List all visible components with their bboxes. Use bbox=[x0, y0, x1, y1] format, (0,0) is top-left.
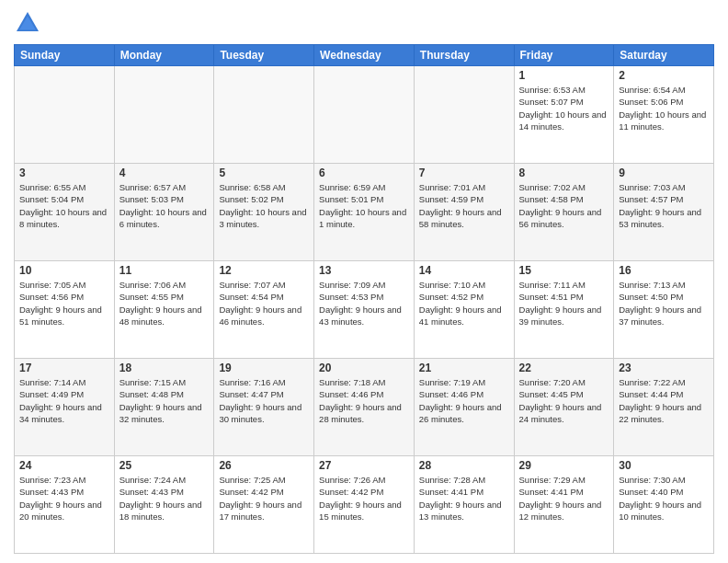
day-info: Sunrise: 6:55 AM Sunset: 5:04 PM Dayligh… bbox=[19, 181, 109, 230]
day-number: 24 bbox=[19, 459, 109, 472]
calendar-cell-5-3: 26Sunrise: 7:25 AM Sunset: 4:42 PM Dayli… bbox=[214, 456, 314, 554]
day-number: 6 bbox=[319, 167, 409, 179]
day-info: Sunrise: 7:15 AM Sunset: 4:48 PM Dayligh… bbox=[119, 376, 210, 425]
calendar-week-3: 10Sunrise: 7:05 AM Sunset: 4:56 PM Dayli… bbox=[15, 261, 714, 359]
calendar-cell-5-1: 24Sunrise: 7:23 AM Sunset: 4:43 PM Dayli… bbox=[15, 456, 115, 554]
calendar-header-friday: Friday bbox=[514, 45, 614, 66]
calendar-header-row: SundayMondayTuesdayWednesdayThursdayFrid… bbox=[15, 45, 714, 66]
day-info: Sunrise: 6:54 AM Sunset: 5:06 PM Dayligh… bbox=[619, 84, 709, 132]
calendar-cell-4-6: 22Sunrise: 7:20 AM Sunset: 4:45 PM Dayli… bbox=[514, 359, 614, 456]
day-number: 17 bbox=[19, 362, 109, 374]
calendar-cell-2-4: 6Sunrise: 6:59 AM Sunset: 5:01 PM Daylig… bbox=[314, 164, 415, 261]
day-info: Sunrise: 7:28 AM Sunset: 4:41 PM Dayligh… bbox=[419, 474, 509, 523]
calendar-cell-1-2 bbox=[114, 66, 214, 164]
day-number: 13 bbox=[319, 264, 409, 277]
calendar-header-monday: Monday bbox=[114, 45, 214, 66]
calendar-cell-3-3: 12Sunrise: 7:07 AM Sunset: 4:54 PM Dayli… bbox=[214, 261, 314, 359]
calendar-week-2: 3Sunrise: 6:55 AM Sunset: 5:04 PM Daylig… bbox=[15, 164, 714, 261]
calendar-cell-2-1: 3Sunrise: 6:55 AM Sunset: 5:04 PM Daylig… bbox=[15, 164, 115, 261]
day-info: Sunrise: 7:20 AM Sunset: 4:45 PM Dayligh… bbox=[519, 376, 609, 425]
day-number: 22 bbox=[519, 362, 609, 374]
day-info: Sunrise: 7:07 AM Sunset: 4:54 PM Dayligh… bbox=[219, 279, 309, 327]
day-info: Sunrise: 7:18 AM Sunset: 4:46 PM Dayligh… bbox=[319, 376, 409, 425]
calendar-week-4: 17Sunrise: 7:14 AM Sunset: 4:49 PM Dayli… bbox=[15, 359, 714, 456]
calendar-cell-2-3: 5Sunrise: 6:58 AM Sunset: 5:02 PM Daylig… bbox=[214, 164, 314, 261]
day-info: Sunrise: 6:53 AM Sunset: 5:07 PM Dayligh… bbox=[519, 84, 609, 132]
day-number: 25 bbox=[119, 459, 210, 472]
day-info: Sunrise: 7:06 AM Sunset: 4:55 PM Dayligh… bbox=[119, 279, 210, 327]
calendar-cell-3-6: 15Sunrise: 7:11 AM Sunset: 4:51 PM Dayli… bbox=[514, 261, 614, 359]
day-info: Sunrise: 7:16 AM Sunset: 4:47 PM Dayligh… bbox=[219, 376, 309, 425]
calendar-week-1: 1Sunrise: 6:53 AM Sunset: 5:07 PM Daylig… bbox=[15, 66, 714, 164]
calendar-cell-2-2: 4Sunrise: 6:57 AM Sunset: 5:03 PM Daylig… bbox=[114, 164, 214, 261]
day-info: Sunrise: 7:02 AM Sunset: 4:58 PM Dayligh… bbox=[519, 181, 609, 230]
calendar-cell-4-5: 21Sunrise: 7:19 AM Sunset: 4:46 PM Dayli… bbox=[414, 359, 514, 456]
calendar-week-5: 24Sunrise: 7:23 AM Sunset: 4:43 PM Dayli… bbox=[15, 456, 714, 554]
day-number: 1 bbox=[519, 69, 609, 82]
day-number: 28 bbox=[419, 459, 509, 472]
day-number: 8 bbox=[519, 167, 609, 179]
calendar-cell-1-7: 2Sunrise: 6:54 AM Sunset: 5:06 PM Daylig… bbox=[614, 66, 714, 164]
calendar-cell-4-3: 19Sunrise: 7:16 AM Sunset: 4:47 PM Dayli… bbox=[214, 359, 314, 456]
day-number: 29 bbox=[519, 459, 609, 472]
calendar-cell-1-3 bbox=[214, 66, 314, 164]
logo bbox=[14, 9, 47, 37]
calendar-header-saturday: Saturday bbox=[614, 45, 714, 66]
day-number: 16 bbox=[619, 264, 709, 277]
calendar-header-sunday: Sunday bbox=[15, 45, 115, 66]
day-number: 10 bbox=[19, 264, 109, 277]
day-info: Sunrise: 7:29 AM Sunset: 4:41 PM Dayligh… bbox=[519, 474, 609, 523]
calendar-header-tuesday: Tuesday bbox=[214, 45, 314, 66]
day-info: Sunrise: 7:30 AM Sunset: 4:40 PM Dayligh… bbox=[619, 474, 709, 523]
calendar-cell-1-5 bbox=[414, 66, 514, 164]
day-number: 23 bbox=[619, 362, 709, 374]
calendar-cell-2-5: 7Sunrise: 7:01 AM Sunset: 4:59 PM Daylig… bbox=[414, 164, 514, 261]
calendar-cell-5-4: 27Sunrise: 7:26 AM Sunset: 4:42 PM Dayli… bbox=[314, 456, 415, 554]
day-info: Sunrise: 6:59 AM Sunset: 5:01 PM Dayligh… bbox=[319, 181, 409, 230]
day-info: Sunrise: 7:11 AM Sunset: 4:51 PM Dayligh… bbox=[519, 279, 609, 327]
day-info: Sunrise: 7:14 AM Sunset: 4:49 PM Dayligh… bbox=[19, 376, 109, 425]
page: SundayMondayTuesdayWednesdayThursdayFrid… bbox=[0, 0, 728, 563]
day-info: Sunrise: 7:05 AM Sunset: 4:56 PM Dayligh… bbox=[19, 279, 109, 327]
calendar-header-wednesday: Wednesday bbox=[314, 45, 415, 66]
day-info: Sunrise: 7:01 AM Sunset: 4:59 PM Dayligh… bbox=[419, 181, 509, 230]
calendar-cell-5-6: 29Sunrise: 7:29 AM Sunset: 4:41 PM Dayli… bbox=[514, 456, 614, 554]
calendar-cell-3-2: 11Sunrise: 7:06 AM Sunset: 4:55 PM Dayli… bbox=[114, 261, 214, 359]
day-number: 12 bbox=[219, 264, 309, 277]
day-number: 9 bbox=[619, 167, 709, 179]
calendar-cell-5-7: 30Sunrise: 7:30 AM Sunset: 4:40 PM Dayli… bbox=[614, 456, 714, 554]
day-info: Sunrise: 7:10 AM Sunset: 4:52 PM Dayligh… bbox=[419, 279, 509, 327]
calendar-cell-3-5: 14Sunrise: 7:10 AM Sunset: 4:52 PM Dayli… bbox=[414, 261, 514, 359]
day-info: Sunrise: 7:25 AM Sunset: 4:42 PM Dayligh… bbox=[219, 474, 309, 523]
day-number: 4 bbox=[119, 167, 210, 179]
day-number: 5 bbox=[219, 167, 309, 179]
calendar-cell-1-1 bbox=[15, 66, 115, 164]
day-info: Sunrise: 7:03 AM Sunset: 4:57 PM Dayligh… bbox=[619, 181, 709, 230]
calendar-cell-2-7: 9Sunrise: 7:03 AM Sunset: 4:57 PM Daylig… bbox=[614, 164, 714, 261]
day-number: 7 bbox=[419, 167, 509, 179]
day-number: 30 bbox=[619, 459, 709, 472]
day-number: 26 bbox=[219, 459, 309, 472]
header bbox=[14, 9, 714, 37]
day-number: 19 bbox=[219, 362, 309, 374]
day-info: Sunrise: 7:22 AM Sunset: 4:44 PM Dayligh… bbox=[619, 376, 709, 425]
day-number: 21 bbox=[419, 362, 509, 374]
day-info: Sunrise: 7:09 AM Sunset: 4:53 PM Dayligh… bbox=[319, 279, 409, 327]
calendar-cell-3-4: 13Sunrise: 7:09 AM Sunset: 4:53 PM Dayli… bbox=[314, 261, 415, 359]
calendar-cell-4-2: 18Sunrise: 7:15 AM Sunset: 4:48 PM Dayli… bbox=[114, 359, 214, 456]
day-number: 11 bbox=[119, 264, 210, 277]
day-number: 2 bbox=[619, 69, 709, 82]
calendar-cell-1-6: 1Sunrise: 6:53 AM Sunset: 5:07 PM Daylig… bbox=[514, 66, 614, 164]
calendar-cell-4-4: 20Sunrise: 7:18 AM Sunset: 4:46 PM Dayli… bbox=[314, 359, 415, 456]
day-number: 27 bbox=[319, 459, 409, 472]
day-info: Sunrise: 6:57 AM Sunset: 5:03 PM Dayligh… bbox=[119, 181, 210, 230]
calendar-cell-4-7: 23Sunrise: 7:22 AM Sunset: 4:44 PM Dayli… bbox=[614, 359, 714, 456]
day-number: 18 bbox=[119, 362, 210, 374]
logo-icon bbox=[14, 9, 41, 37]
calendar-cell-2-6: 8Sunrise: 7:02 AM Sunset: 4:58 PM Daylig… bbox=[514, 164, 614, 261]
calendar-cell-3-1: 10Sunrise: 7:05 AM Sunset: 4:56 PM Dayli… bbox=[15, 261, 115, 359]
calendar-header-thursday: Thursday bbox=[414, 45, 514, 66]
calendar-cell-5-5: 28Sunrise: 7:28 AM Sunset: 4:41 PM Dayli… bbox=[414, 456, 514, 554]
calendar-cell-1-4 bbox=[314, 66, 415, 164]
day-number: 15 bbox=[519, 264, 609, 277]
